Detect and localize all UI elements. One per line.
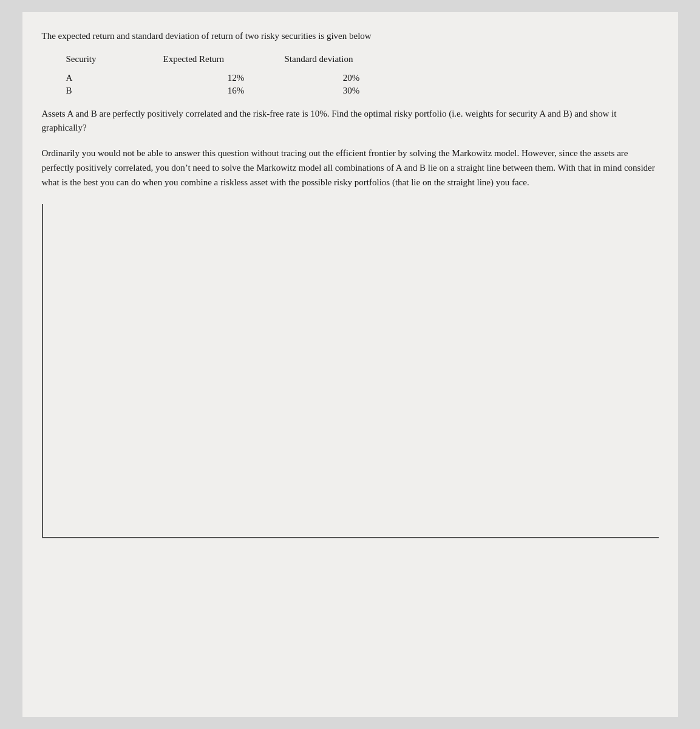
page-container: The expected return and standard deviati… [22,12,678,717]
header-security: Security [66,54,163,64]
intro-text: The expected return and standard deviati… [42,29,659,43]
cell-security-a: A [66,73,163,83]
header-standard-deviation: Standard deviation [285,54,406,64]
cell-security-b: B [66,86,163,96]
cell-expected-b: 16% [163,86,285,96]
x-axis-line [42,537,659,538]
table-row: B 16% 30% [66,86,659,96]
question-text: Assets A and B are perfectly positively … [42,107,659,135]
header-expected-return: Expected Return [163,54,285,64]
cell-stddev-b: 30% [285,86,406,96]
graph-area [42,204,659,538]
table-row: A 12% 20% [66,73,659,83]
cell-expected-a: 12% [163,73,285,83]
cell-stddev-a: 20% [285,73,406,83]
table-section: Security Expected Return Standard deviat… [66,54,659,96]
table-header-row: Security Expected Return Standard deviat… [66,54,659,64]
table-data-rows: A 12% 20% B 16% 30% [66,73,659,96]
y-axis-line [42,204,44,538]
answer-text: Ordinarily you would not be able to answ… [42,146,659,190]
